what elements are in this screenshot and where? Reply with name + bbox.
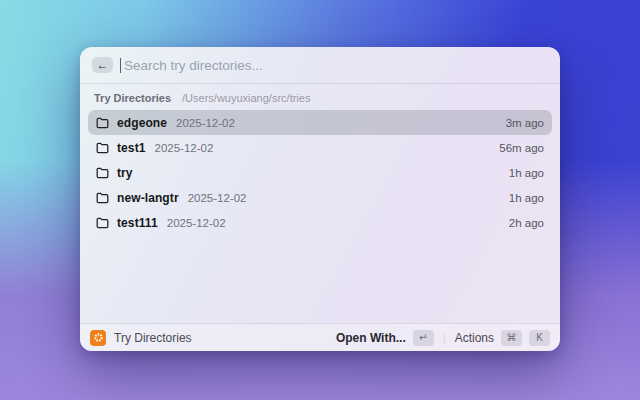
directory-date: 2025-12-02: [188, 192, 247, 204]
gear-icon: [93, 332, 104, 343]
back-arrow-icon: ←: [97, 59, 109, 71]
directory-name: try: [117, 166, 133, 180]
list-item[interactable]: new-langtr 2025-12-02 1h ago: [88, 185, 552, 210]
directory-name: edgeone: [117, 116, 167, 130]
directory-date: 2025-12-02: [155, 142, 214, 154]
launcher-window: ← Try Directories /Users/wuyuxiang/src/t…: [80, 47, 560, 351]
list-item[interactable]: test111 2025-12-02 2h ago: [88, 210, 552, 235]
k-key-badge[interactable]: K: [529, 330, 550, 346]
list-item[interactable]: edgeone 2025-12-02 3m ago: [88, 110, 552, 135]
actions-button[interactable]: Actions: [455, 331, 494, 345]
cmd-key-badge[interactable]: ⌘: [501, 330, 522, 346]
directory-name: test111: [117, 216, 158, 230]
section-path: /Users/wuyuxiang/src/tries: [182, 92, 310, 104]
open-with-button[interactable]: Open With...: [336, 331, 406, 345]
directory-modified-time: 3m ago: [506, 117, 544, 129]
list-item[interactable]: try 1h ago: [88, 160, 552, 185]
search-input[interactable]: [124, 58, 548, 73]
search-bar: ←: [80, 47, 560, 84]
folder-icon: [96, 117, 109, 129]
directory-modified-time: 1h ago: [509, 167, 544, 179]
directory-name: new-langtr: [117, 191, 179, 205]
directory-modified-time: 56m ago: [499, 142, 544, 154]
directory-date: 2025-12-02: [167, 217, 226, 229]
back-button[interactable]: ←: [92, 57, 113, 73]
directory-modified-time: 1h ago: [509, 192, 544, 204]
enter-key-badge[interactable]: ↵: [413, 330, 434, 346]
folder-icon: [96, 217, 109, 229]
directory-modified-time: 2h ago: [509, 217, 544, 229]
footer-app-name: Try Directories: [114, 331, 192, 345]
directory-list: edgeone 2025-12-02 3m ago test1 2025-12-…: [80, 108, 560, 323]
section-title: Try Directories: [94, 92, 171, 104]
footer-actions: Open With... ↵ | Actions ⌘ K: [336, 330, 550, 346]
section-header: Try Directories /Users/wuyuxiang/src/tri…: [80, 84, 560, 108]
folder-icon: [96, 142, 109, 154]
directory-name: test1: [117, 141, 146, 155]
footer-divider: |: [443, 332, 446, 344]
footer-bar: Try Directories Open With... ↵ | Actions…: [80, 323, 560, 351]
list-item[interactable]: test1 2025-12-02 56m ago: [88, 135, 552, 160]
text-cursor: [120, 58, 121, 73]
folder-icon: [96, 167, 109, 179]
folder-icon: [96, 192, 109, 204]
directory-date: 2025-12-02: [176, 117, 235, 129]
app-icon: [90, 330, 106, 346]
